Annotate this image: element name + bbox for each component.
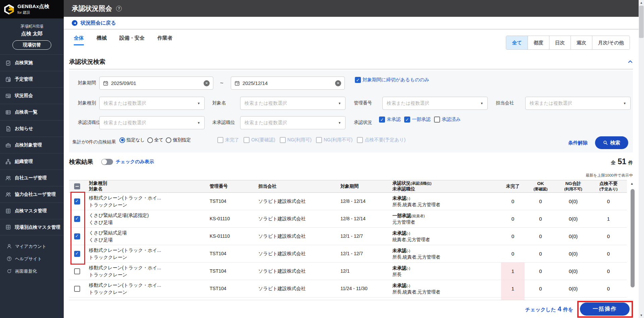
bulk-action-button[interactable]: 一括操作 <box>580 303 630 316</box>
cell-status: 未承認(-) 所長,統責者,元方管理者 <box>388 245 501 262</box>
multiselect-管理番号[interactable]: 検索または複数選択▼ <box>382 97 488 110</box>
cell-ng: 0(0) <box>556 210 590 227</box>
date-to-input[interactable]: 2025/12/14 ✕ <box>231 77 345 90</box>
deadline-checkbox-label: 対象期間に締切があるもののみ <box>363 77 429 83</box>
multiselect-対象種別[interactable]: 検索または複数選択▼ <box>99 97 205 110</box>
multiselect-未承認職位[interactable]: 検索または複数選択▼ <box>240 116 345 129</box>
tab-設備・安全[interactable]: 設備・安全 <box>119 35 145 45</box>
checked-only-toggle-label[interactable]: チェックのみ表示 <box>116 159 154 165</box>
radio-指定なし[interactable] <box>119 137 125 143</box>
row-checkbox[interactable] <box>74 198 80 205</box>
deadline-checkbox[interactable] <box>355 77 361 83</box>
calendar-icon <box>5 77 11 82</box>
period-label-wrap: 対象期間 <box>78 80 96 86</box>
sidebar-item-label: 現場別点検マスタ管理 <box>15 224 60 230</box>
cell-period: 12/8 - 12/14 <box>336 210 388 227</box>
clear-date-to-icon[interactable]: ✕ <box>335 80 341 86</box>
checked-only-toggle[interactable] <box>101 159 113 165</box>
row-checkbox[interactable] <box>74 286 80 292</box>
table-row: 移動式クレーン(トラック・ホイ... トラッククレーン TST104 ソラビト建… <box>69 245 627 263</box>
app-logo[interactable]: GENBAx点検 for 建設 <box>0 0 64 18</box>
row-checkbox[interactable] <box>74 233 80 239</box>
sidebar-footer-item-ヘルプサイト[interactable]: ヘルプサイト <box>0 253 64 265</box>
multiselect-対象名[interactable]: 検索または複数選択▼ <box>240 97 345 110</box>
multiselect-担当会社[interactable]: 検索または複数選択▼ <box>525 97 631 110</box>
cell-status: 未承認(-) 統責者,元方管理者 <box>388 228 501 245</box>
page-scrollbar[interactable]: ▲ ▼ <box>639 0 644 318</box>
sidebar-item-点検表一覧[interactable]: 点検表一覧 <box>0 104 64 120</box>
cell-target: 移動式クレーン(トラック・ホイ... トラッククレーン <box>85 245 206 262</box>
tab-作業者[interactable]: 作業者 <box>157 35 172 45</box>
filter-label: 対象名 <box>212 100 226 106</box>
table-row: くさび緊結式足場(承認指定) くさび足場 KS-01110 ソラビト建設株式会社… <box>69 210 627 228</box>
scroll-up-icon[interactable]: ▲ <box>639 0 644 5</box>
select-all-checkbox[interactable] <box>74 183 80 189</box>
table-scroll-up-icon[interactable]: ▲ <box>630 182 634 185</box>
page-scrollbar-thumb[interactable] <box>639 6 644 38</box>
cell-period: 12/1 - 12/7 <box>336 245 388 262</box>
clear-date-from-icon[interactable]: ✕ <box>204 80 210 86</box>
sidebar-item-label: 自社ユーザ管理 <box>15 175 47 181</box>
cell-ng: 0(0) <box>556 193 590 210</box>
limit-note: 最新を上限1000件で表示中 <box>586 173 633 178</box>
chevron-down-icon: ▼ <box>197 121 200 125</box>
sidebar-item-自社ユーザ管理[interactable]: 自社ユーザ管理 <box>0 170 64 186</box>
grid-icon <box>5 208 11 214</box>
sidebar-item-予定管理[interactable]: 予定管理 <box>0 71 64 87</box>
back-link[interactable]: 状況照会に戻る <box>80 20 116 26</box>
zero-result-radio-group: 指定なし全て個別指定 <box>119 137 191 143</box>
period-tab-全て[interactable]: 全て <box>506 36 527 49</box>
period-tab-日次[interactable]: 日次 <box>549 36 571 49</box>
calendar-edit-icon <box>103 81 108 86</box>
sidebar-item-組織管理[interactable]: 組織管理 <box>0 153 64 170</box>
sidebar-footer-item-マイアカウント[interactable]: マイアカウント <box>0 240 64 253</box>
multiselect-承認済職位[interactable]: 検索または複数選択▼ <box>99 116 205 129</box>
row-checkbox[interactable] <box>74 268 80 274</box>
sidebar-footer-item-画面最新化[interactable]: 画面最新化 <box>0 265 64 277</box>
cell-period: 12/1 <box>336 263 388 280</box>
approval-checkbox-未承認[interactable] <box>379 117 385 123</box>
site-switch-button[interactable]: 現場切替 <box>12 40 51 50</box>
clear-conditions-link[interactable]: 条件解除 <box>568 140 588 146</box>
table-header-row: 対象種別 対象名 管理番号 担当会社 対象期間 承認状況(承認済職位) 未承認職… <box>69 180 627 193</box>
tab-機械[interactable]: 機械 <box>97 35 107 45</box>
period-tab-月次/その他[interactable]: 月次/その他 <box>592 36 630 49</box>
collapse-chevron-icon[interactable] <box>628 59 633 64</box>
tab-全体[interactable]: 全体 <box>74 35 84 45</box>
cell-target: 移動式クレーン(トラック・ホイ... トラッククレーン <box>85 193 206 210</box>
calendar-edit-icon <box>234 81 240 86</box>
chevron-down-icon: ▼ <box>197 102 200 105</box>
radio-全て[interactable] <box>147 137 153 143</box>
row-checkbox[interactable] <box>74 216 80 222</box>
sidebar-item-点検実施[interactable]: 点検実施 <box>0 54 64 71</box>
table-footer: チェックした 4 件を 一括操作 <box>69 300 633 318</box>
cell-company: ソラビト建設株式会社 <box>254 193 336 210</box>
cell-target: 移動式クレーン(トラック・ホイ... トラッククレーン <box>85 263 206 280</box>
help-icon[interactable]: ? <box>116 6 122 11</box>
table-body: 移動式クレーン(トラック・ホイ... トラッククレーン TST104 ソラビト建… <box>69 193 627 298</box>
search-button[interactable]: 検索 <box>595 136 628 149</box>
search-section-title: 承認状況検索 <box>69 58 105 66</box>
date-from-input[interactable]: 2025/09/01 ✕ <box>99 77 213 90</box>
approval-checkbox-一部承認[interactable] <box>404 117 410 123</box>
sidebar-item-点検マスタ管理[interactable]: 点検マスタ管理 <box>0 202 64 219</box>
cell-ok: 0 <box>525 263 556 280</box>
table-scrollbar-thumb[interactable] <box>631 189 635 287</box>
scroll-down-icon[interactable]: ▼ <box>639 313 644 318</box>
sidebar-item-協力会社ユーザ管理[interactable]: 協力会社ユーザ管理 <box>0 186 64 202</box>
col-company: 担当会社 <box>254 180 336 192</box>
sidebar-item-点検対象管理[interactable]: 点検対象管理 <box>0 137 64 153</box>
row-checkbox[interactable] <box>74 251 80 257</box>
cell-skip: 0 <box>590 245 627 262</box>
sidebar-item-状況照会[interactable]: 状況照会 <box>0 87 64 104</box>
cell-code: KS-01110 <box>206 228 254 245</box>
results-header: 検索結果 チェックのみ表示 全 51 件 <box>69 157 633 166</box>
radio-個別指定[interactable] <box>166 137 171 143</box>
period-tab-週次[interactable]: 週次 <box>571 36 592 49</box>
sidebar-item-お知らせ[interactable]: お知らせ <box>0 120 64 137</box>
cell-ng: 0(0) <box>556 228 590 245</box>
approval-checkbox-承認済み[interactable] <box>434 117 440 123</box>
cell-code: KS-01110 <box>206 210 254 227</box>
period-tab-都度[interactable]: 都度 <box>528 36 549 49</box>
sidebar-item-現場別点検マスタ管理[interactable]: 現場別点検マスタ管理 <box>0 219 64 235</box>
